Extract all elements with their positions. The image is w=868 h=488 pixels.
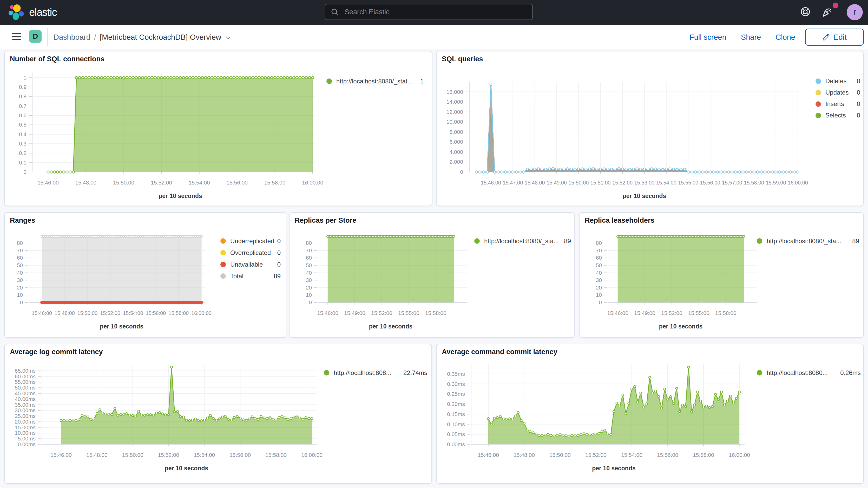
svg-text:per 10 seconds: per 10 seconds (623, 192, 666, 199)
legend-item[interactable]: Deletes0 (815, 75, 860, 87)
svg-text:0.00ms: 0.00ms (447, 441, 465, 447)
svg-text:30: 30 (596, 277, 602, 283)
share-button[interactable]: Share (741, 33, 761, 41)
svg-text:15:50:00: 15:50:00 (568, 180, 589, 186)
panel-title: Average log commit latency (10, 348, 103, 356)
svg-text:15:58:00: 15:58:00 (264, 180, 286, 186)
chart-average-command-commit-latency[interactable]: 15:46:0015:48:0015:50:0015:52:0015:54:00… (437, 344, 864, 484)
svg-text:15:46:00: 15:46:00 (32, 310, 52, 316)
svg-text:6,000: 6,000 (450, 139, 463, 145)
full-screen-button[interactable]: Full screen (689, 33, 726, 41)
svg-text:20: 20 (306, 284, 312, 291)
toolbar-divider (25, 28, 25, 46)
chart-legend: http://localhost:808...22.74ms (324, 367, 427, 378)
svg-text:0.2: 0.2 (19, 150, 27, 156)
svg-text:15:49:00: 15:49:00 (634, 310, 655, 316)
edit-button[interactable]: Edit (805, 29, 864, 46)
svg-text:0.4: 0.4 (19, 131, 27, 137)
panel-title: Ranges (10, 216, 35, 224)
legend-swatch (815, 113, 821, 118)
svg-text:40: 40 (596, 270, 602, 276)
svg-text:0.00ms: 0.00ms (18, 441, 36, 447)
breadcrumb-dashboard-link[interactable]: Dashboard (54, 33, 90, 41)
svg-text:0.30ms: 0.30ms (447, 381, 465, 387)
legend-item[interactable]: Updates0 (815, 87, 860, 98)
avatar[interactable]: r (847, 4, 863, 20)
page-title[interactable]: [Metricbeat CockroachDB] Overview (100, 33, 221, 41)
legend-item[interactable]: http://localhost:808...22.74ms (324, 367, 427, 378)
news-party-popper-icon[interactable] (821, 6, 833, 18)
svg-text:15:56:00: 15:56:00 (226, 180, 248, 186)
svg-text:60: 60 (596, 255, 602, 261)
svg-text:15:54:00: 15:54:00 (656, 180, 677, 186)
svg-text:15:58:00: 15:58:00 (715, 310, 737, 316)
svg-text:65.00ms: 65.00ms (14, 368, 36, 374)
svg-text:4,000: 4,000 (450, 149, 463, 155)
chart-replicas-per-store[interactable]: 15:46:0015:49:0015:52:0015:55:0015:58:00… (289, 213, 575, 338)
legend-value: 0 (277, 261, 281, 268)
clone-button[interactable]: Clone (775, 33, 795, 41)
svg-text:0.8: 0.8 (19, 93, 27, 99)
chart-legend: Underreplicated0Overreplicated0Unavailab… (220, 235, 281, 282)
svg-text:15:56:00: 15:56:00 (229, 452, 251, 458)
svg-text:15:47:00: 15:47:00 (503, 180, 523, 186)
legend-value: 89 (274, 273, 281, 280)
svg-text:10: 10 (596, 292, 602, 298)
svg-text:15:54:00: 15:54:00 (621, 452, 643, 458)
legend-swatch (220, 262, 226, 267)
help-lifebuoy-icon[interactable] (800, 6, 811, 17)
svg-text:80: 80 (596, 240, 602, 246)
chart-replica-leaseholders[interactable]: 15:46:0015:49:0015:52:0015:55:0015:58:00… (580, 213, 864, 338)
svg-text:15.00ms: 15.00ms (14, 424, 36, 430)
svg-text:30: 30 (306, 277, 312, 283)
legend-item[interactable]: Underreplicated0 (220, 235, 281, 247)
svg-text:15:49:00: 15:49:00 (547, 180, 567, 186)
top-header-bar: elastic r (0, 0, 868, 25)
chart-average-log-commit-latency[interactable]: 15:46:0015:48:0015:50:0015:52:0015:54:00… (5, 344, 432, 484)
svg-text:15:56:00: 15:56:00 (700, 180, 720, 186)
chart-sql-queries[interactable]: 15:46:0015:47:0015:48:0015:49:0015:50:00… (437, 52, 864, 207)
legend-item[interactable]: http://localhost:8080/_sta...89 (757, 235, 859, 247)
svg-text:15:52:00: 15:52:00 (585, 452, 607, 458)
search-input[interactable] (325, 4, 533, 20)
legend-item[interactable]: http://localhost:8080/_sta...89 (474, 235, 571, 247)
panel-title: Average command commit latency (442, 348, 557, 356)
legend-item[interactable]: http://localhost:8080...0.26ms (757, 367, 861, 378)
svg-text:10,000: 10,000 (446, 119, 463, 125)
dashboard-app-badge[interactable]: D (29, 30, 41, 42)
svg-text:15:53:00: 15:53:00 (634, 180, 655, 186)
legend-item[interactable]: Overreplicated0 (220, 247, 281, 258)
svg-text:80: 80 (17, 240, 23, 246)
breadcrumb: Dashboard / [Metricbeat CockroachDB] Ove… (54, 25, 231, 49)
svg-text:0.3: 0.3 (19, 141, 27, 147)
svg-text:15:49:00: 15:49:00 (344, 310, 365, 316)
legend-item[interactable]: Inserts0 (815, 98, 860, 110)
dashboard-toolbar: D Dashboard / [Metricbeat CockroachDB] O… (0, 25, 868, 49)
legend-swatch (815, 79, 821, 84)
svg-text:15:51:00: 15:51:00 (590, 180, 611, 186)
hamburger-menu-icon[interactable] (10, 31, 22, 42)
elastic-logo[interactable]: elastic (8, 4, 57, 21)
legend-item[interactable]: Total89 (220, 270, 281, 282)
svg-text:40: 40 (306, 270, 312, 276)
svg-text:15:56:00: 15:56:00 (146, 310, 166, 316)
svg-text:15:46:00: 15:46:00 (607, 310, 628, 316)
svg-text:0.6: 0.6 (19, 112, 27, 118)
panel-replicas-per-store: 15:46:0015:49:0015:52:0015:55:0015:58:00… (289, 212, 575, 338)
svg-text:60.00ms: 60.00ms (14, 373, 36, 379)
svg-text:15:54:00: 15:54:00 (189, 180, 210, 186)
svg-text:45.00ms: 45.00ms (14, 390, 36, 396)
legend-item[interactable]: Unavailable0 (220, 258, 281, 270)
svg-text:5.00ms: 5.00ms (18, 435, 36, 441)
legend-item[interactable]: Selects0 (815, 110, 860, 121)
svg-text:15:52:00: 15:52:00 (612, 180, 632, 186)
chart-number-of-sql-connections[interactable]: 15:46:0015:48:0015:50:0015:52:0015:54:00… (5, 52, 433, 207)
svg-text:30.00ms: 30.00ms (14, 407, 36, 413)
svg-text:80: 80 (306, 240, 312, 246)
svg-text:20: 20 (596, 284, 602, 291)
chevron-down-icon[interactable] (225, 35, 231, 41)
legend-value: 1 (420, 78, 424, 85)
legend-item[interactable]: http://localhost:8080/_stat...1 (327, 75, 424, 87)
legend-label: http://localhost:8080/_sta... (767, 238, 841, 245)
svg-text:0: 0 (309, 299, 312, 305)
